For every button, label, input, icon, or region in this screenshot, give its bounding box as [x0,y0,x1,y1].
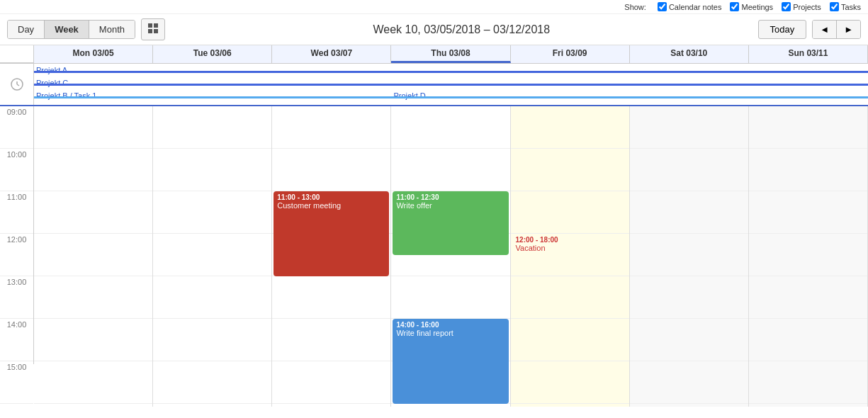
calendar-container: Mon 03/05 Tue 03/06 Wed 03/07 Thu 03/08 … [0,45,868,407]
event-vacation[interactable]: 12:00 - 18:00Vacation [512,234,628,407]
event-title-customer_meeting: Customer meeting [277,201,385,210]
show-meetings[interactable]: Meetings [730,2,773,11]
today-button[interactable]: Today [758,20,807,39]
app: Show: Calendar notes Meetings Projects T… [0,0,868,418]
hour-cell-d1-h6 [153,319,271,361]
tasks-label: Tasks [841,3,861,11]
day-header-wed: Wed 03/07 [272,45,391,63]
day-view-button[interactable]: Day [8,21,45,38]
day-header-sat: Sat 03/10 [630,45,749,63]
allday-gutter [0,64,34,105]
hour-cell-d6-h4 [749,234,867,276]
hour-cell-d0-h7 [34,361,152,404]
svg-rect-2 [148,29,152,33]
show-projects[interactable]: Projects [782,2,821,11]
hour-cell-d5-h1 [630,106,748,149]
time-area[interactable]: 09:0010:0011:0012:0013:0014:0015:0016:00… [0,106,868,407]
tasks-checkbox[interactable] [830,2,839,11]
svg-rect-3 [154,29,158,33]
projects-checkbox[interactable] [782,2,791,11]
hour-cell-d1-h5 [153,276,271,319]
day-header-thu: Thu 03/08 [391,45,510,63]
show-calendar-notes[interactable]: Calendar notes [658,2,722,11]
show-tasks[interactable]: Tasks [830,2,861,11]
event-title-vacation: Vacation [516,244,624,252]
week-title: Week 10, 03/05/2018 – 03/12/2018 [171,23,753,36]
hour-cell-d6-h8 [749,404,867,407]
day-header-fri: Fri 03/09 [511,45,630,63]
event-write_final_report[interactable]: 14:00 - 16:00Write final report [393,319,508,404]
calendar-notes-checkbox[interactable] [658,2,667,11]
day-col-0 [34,106,153,407]
day-header-mon: Mon 03/05 [34,45,153,63]
time-label-10: 10:00 [0,149,33,191]
hour-cell-d3-h5 [391,276,509,319]
allday-event-projekt-a[interactable]: Projekt A [34,65,868,75]
day-col-2: 11:00 - 13:00Customer meeting [272,106,391,407]
allday-event-projekt-c[interactable]: Projekt C [34,78,868,88]
day-col-3: 11:00 - 12:30Write offer14:00 - 16:00Wri… [391,106,510,407]
meetings-checkbox[interactable] [730,2,739,11]
grid-icon [147,23,159,34]
event-customer_meeting[interactable]: 11:00 - 13:00Customer meeting [274,191,389,276]
hour-cell-d3-h1 [391,106,509,149]
hour-cell-d4-h2 [511,149,629,191]
day-col-1 [153,106,272,407]
week-view-button[interactable]: Week [45,21,89,38]
time-label-12: 12:00 [0,234,33,276]
event-write_offer[interactable]: 11:00 - 12:30Write offer [393,191,508,255]
day-columns: 11:00 - 13:00Customer meeting11:00 - 12:… [34,106,868,407]
hour-cell-d0-h6 [34,319,152,361]
projekt-d-bar [391,96,868,98]
hour-cell-d6-h2 [749,149,867,191]
meetings-label: Meetings [741,3,773,11]
nav-buttons: ◄ ► [812,20,861,39]
allday-row: Projekt A Projekt C Projekt B / Task 1 P… [0,64,868,106]
event-time-vacation: 12:00 - 18:00 [516,236,624,244]
time-label-13: 13:00 [0,276,33,319]
view-buttons: Day Week Month [7,20,135,39]
time-label-15: 15:00 [0,361,33,404]
allday-content: Projekt A Projekt C Projekt B / Task 1 P… [34,64,868,105]
day-header-row: Mon 03/05 Tue 03/06 Wed 03/07 Thu 03/08 … [0,45,868,64]
day-header-sun: Sun 03/11 [749,45,868,63]
day-col-5 [630,106,749,407]
prev-button[interactable]: ◄ [813,21,837,38]
hour-cell-d5-h2 [630,149,748,191]
time-label-16: 16:00 [0,404,33,407]
allday-event-projekt-d[interactable]: Projekt D [391,91,868,101]
show-label: Show: [624,3,646,11]
hour-cell-d0-h4 [34,234,152,276]
hour-cell-d2-h6 [272,319,390,361]
hour-cell-d1-h1 [153,106,271,149]
allday-event-projekt-b[interactable]: Projekt B / Task 1 [34,91,391,101]
time-gutter: 09:0010:0011:0012:0013:0014:0015:0016:00… [0,106,34,364]
hour-cell-d2-h8 [272,404,390,407]
event-title-write_offer: Write offer [396,201,505,210]
hour-cell-d6-h6 [749,319,867,361]
hour-cell-d1-h8 [153,404,271,407]
day-col-6 [749,106,868,407]
hour-cell-d3-h8 [391,404,509,407]
hour-cell-d2-h5 [272,276,390,319]
next-button[interactable]: ► [837,21,860,38]
hour-cell-d5-h8 [630,404,748,407]
hour-cell-d5-h5 [630,276,748,319]
clock-icon [10,77,24,91]
hour-cell-d4-h1 [511,106,629,149]
hour-cell-d1-h3 [153,191,271,234]
day-header-tue: Tue 03/06 [153,45,272,63]
hour-cell-d5-h6 [630,319,748,361]
hour-cell-d1-h2 [153,149,271,191]
time-label-11: 11:00 [0,191,33,234]
hour-cell-d4-h3 [511,191,629,234]
hour-cell-d0-h5 [34,276,152,319]
hour-cell-d5-h7 [630,361,748,404]
event-time-write_offer: 11:00 - 12:30 [396,193,505,201]
svg-line-6 [17,84,19,86]
grid-icon-button[interactable] [141,18,165,40]
hour-cell-d3-h2 [391,149,509,191]
month-view-button[interactable]: Month [89,21,135,38]
projekt-a-bar [34,71,868,73]
event-title-write_final_report: Write final report [396,329,505,337]
